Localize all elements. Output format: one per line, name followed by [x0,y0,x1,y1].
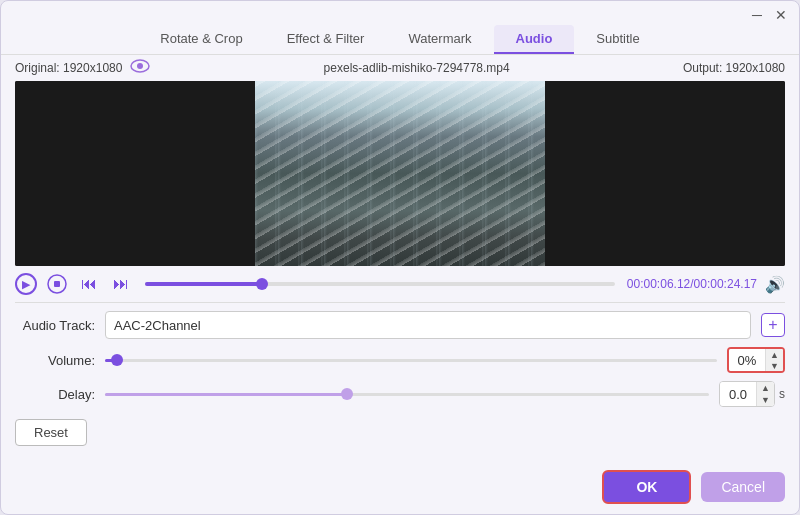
volume-icon[interactable]: 🔊 [765,275,785,294]
svg-rect-3 [54,281,60,287]
minimize-button[interactable]: ─ [749,7,765,23]
stop-icon [47,274,67,294]
filename: pexels-adlib-mishiko-7294778.mp4 [324,61,510,75]
delay-spin-buttons: ▲ ▼ [756,382,774,406]
tab-watermark[interactable]: Watermark [386,25,493,54]
play-icon: ▶ [22,278,30,291]
audio-track-select[interactable]: AAC-2Channel [105,311,751,339]
volume-input[interactable]: 0% [729,349,765,371]
delay-slider-wrap [105,384,709,404]
footer: OK Cancel [1,460,799,514]
audio-track-label: Audio Track: [15,318,95,333]
next-frame-button[interactable]: ⏭ [109,272,133,296]
volume-input-wrap: 0% ▲ ▼ [727,347,785,373]
prev-frame-button[interactable]: ⏮ [77,272,101,296]
original-resolution: Original: 1920x1080 [15,61,122,75]
black-left [15,81,255,266]
cancel-button[interactable]: Cancel [701,472,785,502]
close-icon: ✕ [775,7,787,23]
audio-track-row: Audio Track: AAC-2Channel + [15,311,785,339]
progress-thumb [256,278,268,290]
progress-fill [145,282,262,286]
delay-up-button[interactable]: ▲ [757,382,774,394]
prev-frame-icon: ⏮ [81,275,97,293]
info-left: Original: 1920x1080 [15,59,150,77]
add-track-button[interactable]: + [761,313,785,337]
reset-row: Reset [15,415,785,446]
video-preview-area [15,81,785,266]
minimize-icon: ─ [752,7,762,23]
time-display: 00:00:06.12/00:00:24.17 [627,277,757,291]
eye-icon[interactable] [130,59,150,77]
delay-input-wrap: 0.0 ▲ ▼ [719,381,775,407]
delay-slider-track[interactable] [105,393,709,396]
close-button[interactable]: ✕ [773,7,789,23]
svg-point-1 [137,63,143,69]
black-right [545,81,785,266]
main-window: ─ ✕ Rotate & Crop Effect & Filter Waterm… [0,0,800,515]
volume-label: Volume: [15,353,95,368]
delay-input[interactable]: 0.0 [720,382,756,406]
title-bar: ─ ✕ [1,1,799,25]
delay-value-wrap: 0.0 ▲ ▼ s [719,381,785,407]
output-resolution: Output: 1920x1080 [683,61,785,75]
volume-spin-buttons: ▲ ▼ [765,349,783,371]
delay-unit: s [779,387,785,401]
video-preview [255,81,545,266]
audio-track-dropdown-wrap: AAC-2Channel [105,311,751,339]
delay-down-button[interactable]: ▼ [757,394,774,406]
volume-slider-wrap [105,350,717,370]
tab-rotate[interactable]: Rotate & Crop [138,25,264,54]
add-icon: + [768,316,777,334]
info-bar: Original: 1920x1080 pexels-adlib-mishiko… [1,55,799,81]
volume-up-button[interactable]: ▲ [766,349,783,360]
delay-fill [105,393,347,396]
next-frame-icon: ⏭ [113,275,129,293]
tab-effect[interactable]: Effect & Filter [265,25,387,54]
play-button[interactable]: ▶ [15,273,37,295]
reset-button[interactable]: Reset [15,419,87,446]
volume-thumb[interactable] [111,354,123,366]
delay-label: Delay: [15,387,95,402]
ok-button[interactable]: OK [602,470,691,504]
tab-bar: Rotate & Crop Effect & Filter Watermark … [1,25,799,54]
tab-subtitle[interactable]: Subtitle [574,25,661,54]
tab-audio[interactable]: Audio [494,25,575,54]
playback-controls: ▶ ⏮ ⏭ 00:00:06.12/00:00:24.17 🔊 [1,266,799,302]
progress-bar[interactable] [145,282,615,286]
stop-button[interactable] [45,272,69,296]
delay-thumb[interactable] [341,388,353,400]
volume-down-button[interactable]: ▼ [766,360,783,371]
delay-row: Delay: 0.0 ▲ ▼ s [15,381,785,407]
volume-row: Volume: 0% ▲ ▼ [15,347,785,373]
audio-controls: Audio Track: AAC-2Channel + Volume: 0% [1,303,799,450]
volume-slider-track[interactable] [105,359,717,362]
